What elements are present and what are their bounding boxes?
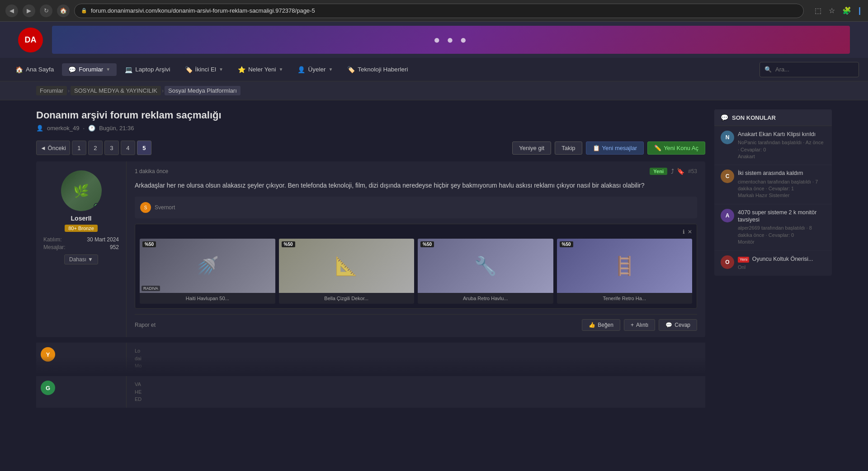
partial-avatar-1: Y: [41, 347, 55, 362]
takip-button[interactable]: Takip: [555, 141, 582, 155]
sidebar-item-neler-yeni[interactable]: ⭐ Neler Yeni ▼: [231, 63, 289, 76]
ad-item-3[interactable]: %50 🔧 Aruba Retro Havlu...: [418, 239, 553, 304]
topic-title-1[interactable]: Anakart Ekan Kartı Klipsi kırıldı: [738, 131, 826, 138]
posts-count: 952: [110, 244, 119, 250]
home-nav-icon: 🏠: [15, 66, 23, 73]
bookmark-button[interactable]: ☆: [827, 4, 837, 17]
search-input[interactable]: [775, 66, 854, 73]
sidebar-item-ikinci-el[interactable]: 🏷️ İkinci El ▼: [179, 63, 230, 76]
home-button[interactable]: 🏠: [57, 5, 70, 17]
ad-badge-2: %50: [282, 241, 295, 247]
sidebar-item-forumlar[interactable]: 💬 Forumlar ▼: [62, 63, 117, 76]
right-sidebar: 💬 SON KONULAR N Anakart Ekan Kartı Klips…: [714, 100, 832, 408]
prev-page-button[interactable]: ◄ Önceki: [36, 141, 70, 155]
page-5-button[interactable]: 5: [137, 141, 151, 155]
begen-button[interactable]: 👍 Beğen: [582, 319, 620, 331]
sidebar-item-uyeler[interactable]: 👤 Üyeler ▼: [291, 63, 339, 76]
join-date: 30 Mart 2024: [87, 236, 119, 243]
ad-badge-1: %50: [142, 241, 156, 247]
search-bar[interactable]: 🔍: [760, 62, 859, 77]
sidebar-item-laptop-arsivi[interactable]: 💻 Laptop Arşivi: [118, 63, 176, 76]
banner: DA ● ● ●: [0, 22, 868, 58]
forward-button[interactable]: ▶: [23, 5, 35, 17]
topic-badge-new: Yeni: [738, 257, 749, 263]
bookmark-post-icon[interactable]: 🔖: [677, 168, 684, 175]
nav-label-forumlar: Forumlar: [79, 66, 103, 73]
ad-badge-3: %50: [420, 241, 434, 247]
thread-author[interactable]: omerkok_49: [47, 125, 80, 132]
extensions-button[interactable]: 🧩: [840, 4, 853, 17]
forumlar-caret-icon: ▼: [106, 67, 110, 72]
sidebar-item-teknoloji[interactable]: 🏷️ Teknoloji Haberleri: [341, 63, 414, 76]
breadcrumb-platform[interactable]: Sosyal Medya Platformları: [165, 86, 241, 95]
partial-content-1: Lo dai Mo: [127, 343, 705, 374]
refresh-button[interactable]: ↻: [40, 5, 52, 17]
topic-title-3[interactable]: 4070 super sisteme 2 k monitör tavsiyesi: [738, 209, 826, 224]
post-number: #53: [688, 168, 697, 174]
rank-badge: 80+ Bronze: [65, 225, 98, 232]
ikinci-el-nav-icon: 🏷️: [185, 66, 193, 73]
alinti-button[interactable]: + Alıntı: [624, 319, 655, 331]
quote-icon: +: [631, 322, 634, 328]
user-stats: Katılım: 30 Mart 2024 Mesajlar: 952: [43, 236, 119, 252]
lock-icon: 🔒: [81, 8, 87, 14]
uyeler-nav-icon: 👤: [297, 66, 305, 73]
chevron-down-icon: ▼: [88, 256, 93, 263]
rapor-button[interactable]: Rapor et: [135, 322, 156, 328]
ad-item-1[interactable]: %50 🚿 RADIVA Haiti Havlupan 50...: [140, 239, 275, 304]
ad-item-2[interactable]: %50 📐 Bella Çizgili Dekor...: [279, 239, 415, 304]
ikinci-el-caret-icon: ▼: [219, 67, 223, 72]
topic-avatar-2: C: [721, 170, 734, 183]
topic-meta-3: alper2669 tarafından başlatıldı · 8 daki…: [738, 225, 826, 245]
topic-content-1: Anakart Ekan Kartı Klipsi kırıldı NoPani…: [738, 131, 826, 160]
ad-info-icon[interactable]: ℹ: [683, 229, 685, 235]
topic-title-4[interactable]: Yeni Oyuncu Koltuk Önerisi...: [738, 255, 826, 263]
cevap-button[interactable]: 💬 Cevap: [659, 319, 697, 331]
neler-yeni-nav-icon: ⭐: [238, 66, 245, 73]
son-konular-section: 💬 SON KONULAR N Anakart Ekan Kartı Klips…: [714, 109, 832, 276]
breadcrumb-sosyal-medya[interactable]: SOSYAL MEDYA & YAYINCILIK: [71, 86, 161, 95]
topic-avatar-4: O: [721, 255, 734, 269]
topic-title-2[interactable]: İki sistem arasında kaldım: [738, 170, 826, 177]
browser-bar: ◀ ▶ ↻ 🏠 🔒 forum.donanimarsivi.com/konu/d…: [0, 0, 868, 22]
yeni-mesaj-button[interactable]: 📋 Yeni mesajlar: [586, 141, 644, 155]
nav-label-ana-sayfa: Ana Sayfa: [26, 66, 54, 73]
breadcrumb-forumlar[interactable]: Forumlar: [36, 86, 67, 95]
url-bar[interactable]: 🔒 forum.donanimarsivi.com/konu/donanim-a…: [74, 4, 804, 18]
site-wrapper: DA ● ● ● 🏠 Ana Sayfa 💬 Forumlar ▼ 💻 Lapt…: [0, 22, 868, 471]
daha-button[interactable]: Dahası ▼: [64, 254, 98, 264]
topic-avatar-1: N: [721, 131, 734, 144]
page-1-button[interactable]: 1: [72, 141, 86, 155]
cast-button[interactable]: ⬚: [813, 4, 823, 17]
dot-separator: ·: [83, 125, 85, 132]
yeniye-git-button[interactable]: Yeniye git: [512, 141, 551, 155]
pagination-right: Yeniye git Takip 📋 Yeni mesajlar ✏️ Yeni…: [512, 141, 705, 155]
reply-avatar: S: [140, 202, 151, 213]
partial-content-2: VA HE ED: [127, 376, 705, 408]
ad-close-icon[interactable]: ✕: [688, 229, 692, 235]
yeni-konu-button[interactable]: ✏️ Yeni Konu Aç: [647, 141, 705, 155]
post-item: 🌿 LoserII 80+ Bronze Katılım: 30 Mart 20…: [36, 161, 705, 337]
ad-item-4[interactable]: %50 🪜 Tenerife Retro Ha...: [557, 239, 693, 304]
join-label: Katılım:: [43, 236, 62, 243]
nav-label-neler-yeni: Neler Yeni: [248, 66, 276, 73]
sidebar-item-ana-sayfa[interactable]: 🏠 Ana Sayfa: [9, 63, 60, 76]
neler-yeni-caret-icon: ▼: [279, 67, 283, 72]
breadcrumb: Forumlar › SOSYAL MEDYA & YAYINCILIK › S…: [0, 81, 868, 100]
sidebar-topic-2: C İki sistem arasında kaldım cimentochan…: [714, 165, 832, 204]
thread-title: Donanım arşivi forum reklam saçmalığı: [36, 109, 705, 121]
page-4-button[interactable]: 4: [121, 141, 135, 155]
onl-text: Onl: [738, 264, 745, 270]
post-actions: Rapor et 👍 Beğen + Alıntı 💬 Cevap: [135, 314, 697, 331]
page-3-button[interactable]: 3: [104, 141, 119, 155]
topic-content-3: 4070 super sisteme 2 k monitör tavsiyesi…: [738, 209, 826, 246]
post-icons: ⤴ 🔖: [671, 168, 684, 175]
page-2-button[interactable]: 2: [88, 141, 103, 155]
profile-button[interactable]: |: [857, 4, 863, 17]
back-button[interactable]: ◀: [5, 5, 18, 17]
reply-info: S Svernort: [140, 202, 692, 213]
ad-image-2: %50 📐: [279, 239, 415, 293]
share-icon[interactable]: ⤴: [671, 168, 674, 175]
nav-bar: 🏠 Ana Sayfa 💬 Forumlar ▼ 💻 Laptop Arşivi…: [0, 58, 868, 81]
username[interactable]: LoserII: [71, 215, 92, 222]
